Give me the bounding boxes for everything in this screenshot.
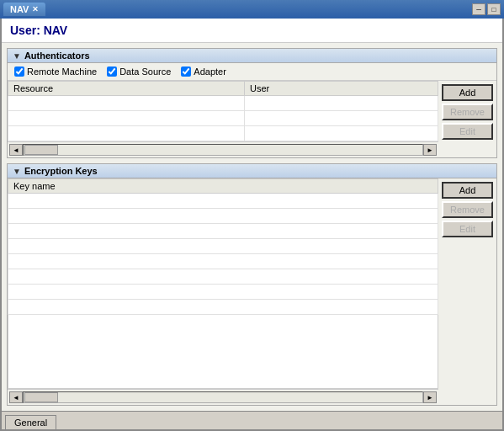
table-row[interactable] xyxy=(8,254,438,269)
auth-add-button[interactable]: Add xyxy=(442,84,493,101)
enc-body: Key name xyxy=(8,178,438,405)
table-row[interactable] xyxy=(8,96,438,111)
auth-scroll-right-icon[interactable]: ► xyxy=(423,144,437,156)
auth-table-container: Resource User xyxy=(8,80,496,157)
minimize-button[interactable]: ─ xyxy=(472,3,485,15)
authenticators-header: ▼ Authenticators xyxy=(8,49,496,63)
maximize-button[interactable]: □ xyxy=(487,3,501,15)
enc-edit-button[interactable]: Edit xyxy=(442,221,493,237)
title-tab[interactable]: NAV ✕ xyxy=(3,3,45,16)
title-bar: NAV ✕ ─ □ xyxy=(0,0,504,19)
authenticators-title: Authenticators xyxy=(24,51,90,61)
auth-row3-user xyxy=(245,126,438,141)
enc-row6 xyxy=(8,269,438,285)
encryption-collapse-icon[interactable]: ▼ xyxy=(13,167,21,176)
encryption-keys-panel: ▼ Encryption Keys Key name xyxy=(7,163,497,406)
data-source-checkbox-item[interactable]: Data Source xyxy=(107,67,171,77)
enc-row1 xyxy=(8,194,438,209)
content-area: ▼ Authenticators Remote Machine Data Sou… xyxy=(2,43,502,411)
bottom-tab-bar: General xyxy=(2,411,502,429)
enc-scrollbar-track[interactable] xyxy=(23,391,423,403)
enc-empty-space xyxy=(8,315,438,389)
auth-row3-resource xyxy=(8,126,245,141)
enc-row2 xyxy=(8,209,438,224)
table-row[interactable] xyxy=(8,194,438,209)
table-row[interactable] xyxy=(8,285,438,300)
table-row[interactable] xyxy=(8,300,438,315)
enc-row7 xyxy=(8,285,438,300)
page-title: User: NAV xyxy=(2,19,502,43)
enc-scroll-right-icon[interactable]: ► xyxy=(423,391,437,403)
auth-scrollbar-track[interactable] xyxy=(23,144,423,156)
auth-row2-user xyxy=(245,111,438,126)
auth-col-resource: Resource xyxy=(8,82,245,96)
remote-machine-checkbox[interactable] xyxy=(14,67,24,77)
enc-table: Key name xyxy=(8,178,438,315)
general-tab[interactable]: General xyxy=(5,415,56,429)
enc-row4 xyxy=(8,239,438,254)
enc-table-container: Key name xyxy=(8,178,496,405)
auth-edit-button[interactable]: Edit xyxy=(442,123,493,140)
table-row[interactable] xyxy=(8,224,438,239)
encryption-keys-header: ▼ Encryption Keys xyxy=(8,164,496,178)
auth-remove-button[interactable]: Remove xyxy=(442,104,493,120)
enc-scroll-left-icon[interactable]: ◄ xyxy=(9,391,23,403)
table-row[interactable] xyxy=(8,239,438,254)
auth-scroll-left-icon[interactable]: ◄ xyxy=(9,144,23,156)
auth-table: Resource User xyxy=(8,81,438,141)
auth-scrollbar-thumb[interactable] xyxy=(24,145,58,155)
main-window: User: NAV ▼ Authenticators Remote Machin… xyxy=(0,19,504,431)
enc-buttons: Add Remove Edit xyxy=(438,178,496,405)
remote-machine-label: Remote Machine xyxy=(27,67,97,77)
authenticators-panel: ▼ Authenticators Remote Machine Data Sou… xyxy=(7,48,497,158)
auth-col-user: User xyxy=(245,82,438,96)
data-source-label: Data Source xyxy=(119,67,171,77)
adapter-checkbox[interactable] xyxy=(181,67,191,77)
title-tab-label: NAV xyxy=(10,4,29,14)
table-row[interactable] xyxy=(8,126,438,141)
enc-scrollbar-thumb[interactable] xyxy=(24,392,58,402)
auth-row1-resource xyxy=(8,96,245,111)
tab-close-icon[interactable]: ✕ xyxy=(32,5,39,13)
encryption-title: Encryption Keys xyxy=(24,166,98,176)
remote-machine-checkbox-item[interactable]: Remote Machine xyxy=(14,67,97,77)
enc-row3 xyxy=(8,224,438,239)
title-bar-buttons: ─ □ xyxy=(472,3,501,15)
auth-row1-user xyxy=(245,96,438,111)
table-row[interactable] xyxy=(8,209,438,224)
enc-row8 xyxy=(8,300,438,315)
adapter-label: Adapter xyxy=(194,67,226,77)
checkboxes-row: Remote Machine Data Source Adapter xyxy=(8,63,496,80)
enc-add-button[interactable]: Add xyxy=(442,182,493,199)
auth-row2-resource xyxy=(8,111,245,126)
enc-col-keyname: Key name xyxy=(8,179,438,194)
data-source-checkbox[interactable] xyxy=(107,67,117,77)
adapter-checkbox-item[interactable]: Adapter xyxy=(181,67,226,77)
table-row[interactable] xyxy=(8,269,438,285)
authenticators-collapse-icon[interactable]: ▼ xyxy=(13,51,21,61)
auth-buttons: Add Remove Edit xyxy=(438,81,496,157)
enc-scrollbar[interactable]: ◄ ► xyxy=(8,389,438,405)
enc-remove-button[interactable]: Remove xyxy=(442,201,493,218)
table-row[interactable] xyxy=(8,111,438,126)
enc-row5 xyxy=(8,254,438,269)
auth-scrollbar[interactable]: ◄ ► xyxy=(8,141,438,157)
